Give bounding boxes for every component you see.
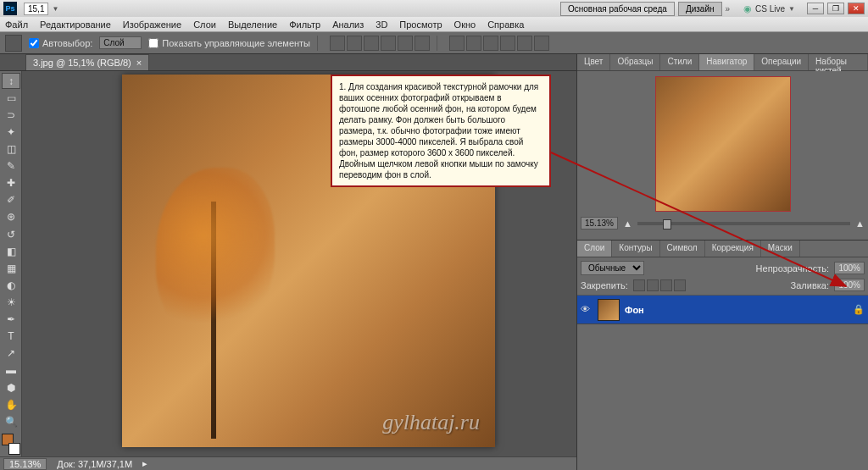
navigator-zoom-value[interactable]: 15.13%: [581, 217, 618, 229]
pen-tool[interactable]: ✒: [2, 312, 20, 328]
move-tool[interactable]: ↕: [2, 73, 20, 89]
hand-tool[interactable]: ✋: [2, 396, 20, 412]
lock-transparency-icon[interactable]: [633, 279, 645, 291]
stamp-tool[interactable]: ⊛: [2, 209, 20, 225]
close-button[interactable]: ✕: [848, 3, 865, 14]
opacity-field[interactable]: 100%: [834, 262, 865, 274]
distribute-icon[interactable]: [517, 36, 532, 51]
align-icon[interactable]: [364, 36, 379, 51]
align-icon[interactable]: [381, 36, 396, 51]
workspace-design-button[interactable]: Дизайн: [678, 2, 722, 16]
move-tool-preset-icon[interactable]: [5, 35, 22, 52]
history-brush-tool[interactable]: ↺: [2, 226, 20, 242]
align-icon[interactable]: [398, 36, 413, 51]
menu-select[interactable]: Выделение: [228, 19, 277, 30]
lock-label: Закрепить:: [581, 280, 628, 290]
tab-brushes[interactable]: Наборы кистей: [809, 54, 868, 70]
eyedropper-tool[interactable]: ✎: [2, 158, 20, 174]
distribute-icon[interactable]: [483, 36, 498, 51]
status-zoom[interactable]: 15.13%: [3, 458, 47, 470]
opacity-label: Непрозрачность:: [756, 263, 829, 274]
tab-adjustments[interactable]: Коррекция: [705, 241, 761, 257]
top-panel-tabs: Цвет Образцы Стили Навигатор Операции На…: [577, 54, 868, 71]
dodge-tool[interactable]: ☀: [2, 294, 20, 310]
document-tab[interactable]: 3.jpg @ 15,1% (RGB/8) ×: [25, 54, 149, 70]
navigator-zoom-slider[interactable]: [637, 222, 850, 225]
fill-label: Заливка:: [791, 280, 829, 290]
menu-help[interactable]: Справка: [487, 19, 524, 30]
healing-tool[interactable]: ✚: [2, 175, 20, 191]
menu-view[interactable]: Просмотр: [399, 19, 442, 30]
tab-layers[interactable]: Слои: [577, 241, 612, 257]
zoom-in-icon[interactable]: ▲: [855, 218, 865, 229]
align-icon[interactable]: [415, 36, 430, 51]
menu-3d[interactable]: 3D: [376, 19, 387, 30]
align-icon[interactable]: [347, 36, 362, 51]
layer-row[interactable]: 👁 Фон 🔒: [577, 296, 868, 324]
autoselect-mode-select[interactable]: [99, 36, 142, 49]
menu-analysis[interactable]: Анализ: [332, 19, 364, 30]
status-bar: 15.13% Док: 37,1M/37,1M ▸: [0, 456, 576, 470]
maximize-button[interactable]: ❐: [827, 3, 844, 14]
color-swatches[interactable]: [2, 434, 20, 455]
cslive-label[interactable]: CS Live: [755, 4, 785, 14]
navigator-thumbnail[interactable]: [655, 76, 791, 212]
blur-tool[interactable]: ◐: [2, 277, 20, 293]
title-zoom[interactable]: 15,1: [24, 3, 48, 15]
close-tab-icon[interactable]: ×: [136, 58, 142, 68]
zoom-tool[interactable]: 🔍: [2, 413, 20, 429]
mid-panel-tabs: Слои Контуры Символ Коррекция Маски: [577, 241, 868, 257]
tab-actions[interactable]: Операции: [754, 54, 809, 70]
distribute-icon[interactable]: [500, 36, 515, 51]
path-tool[interactable]: ↗: [2, 346, 20, 362]
menu-layers[interactable]: Слои: [193, 19, 216, 30]
layer-thumbnail[interactable]: [598, 299, 620, 321]
autoselect-checkbox[interactable]: Автовыбор:: [29, 38, 92, 48]
document-tab-label: 3.jpg @ 15,1% (RGB/8): [33, 58, 131, 68]
align-icon[interactable]: [330, 36, 345, 51]
fill-field[interactable]: 100%: [834, 279, 865, 291]
distribute-icon[interactable]: [534, 36, 549, 51]
dropdown-icon[interactable]: ▼: [788, 5, 795, 13]
3d-tool[interactable]: ⬢: [2, 379, 20, 395]
menu-edit[interactable]: Редактирование: [40, 19, 111, 30]
menu-window[interactable]: Окно: [454, 19, 476, 30]
menu-filter[interactable]: Фильтр: [289, 19, 320, 30]
layer-lock-icon[interactable]: 🔒: [853, 304, 865, 315]
show-controls-checkbox[interactable]: Показать управляющие элементы: [148, 38, 310, 48]
layer-name-label[interactable]: Фон: [625, 305, 644, 315]
type-tool[interactable]: T: [2, 329, 20, 345]
minimize-button[interactable]: ─: [807, 3, 824, 14]
workspace-main-button[interactable]: Основная рабочая среда: [560, 2, 675, 16]
zoom-out-icon[interactable]: ▲: [623, 218, 632, 229]
menu-file[interactable]: Файл: [5, 19, 28, 30]
distribute-icon[interactable]: [466, 36, 481, 51]
crop-tool[interactable]: ◫: [2, 141, 20, 157]
shape-tool[interactable]: ▬: [2, 362, 20, 379]
tab-paths[interactable]: Контуры: [612, 241, 659, 257]
dropdown-icon[interactable]: ▼: [52, 5, 58, 13]
menu-image[interactable]: Изображение: [123, 19, 181, 30]
wand-tool[interactable]: ✦: [2, 124, 20, 140]
blend-mode-select[interactable]: Обычные: [581, 261, 644, 275]
lasso-tool[interactable]: ⊃: [2, 107, 20, 123]
brush-tool[interactable]: ✐: [2, 192, 20, 208]
tab-swatches[interactable]: Образцы: [610, 54, 660, 70]
tab-character[interactable]: Символ: [660, 241, 705, 257]
cslive-icon[interactable]: ◉: [743, 3, 752, 14]
lock-position-icon[interactable]: [660, 279, 672, 291]
workspace-more-icon[interactable]: »: [726, 4, 731, 14]
status-menu-icon[interactable]: ▸: [142, 458, 147, 469]
lock-pixels-icon[interactable]: [647, 279, 659, 291]
background-swatch[interactable]: [8, 443, 20, 455]
tab-navigator[interactable]: Навигатор: [699, 54, 754, 70]
lock-all-icon[interactable]: [674, 279, 686, 291]
gradient-tool[interactable]: ▦: [2, 260, 20, 276]
marquee-tool[interactable]: ▭: [2, 90, 20, 106]
tab-color[interactable]: Цвет: [577, 54, 610, 70]
tab-styles[interactable]: Стили: [660, 54, 699, 70]
eraser-tool[interactable]: ◧: [2, 243, 20, 259]
distribute-icon[interactable]: [449, 36, 465, 51]
visibility-icon[interactable]: 👁: [581, 304, 593, 316]
tab-masks[interactable]: Маски: [761, 241, 800, 257]
